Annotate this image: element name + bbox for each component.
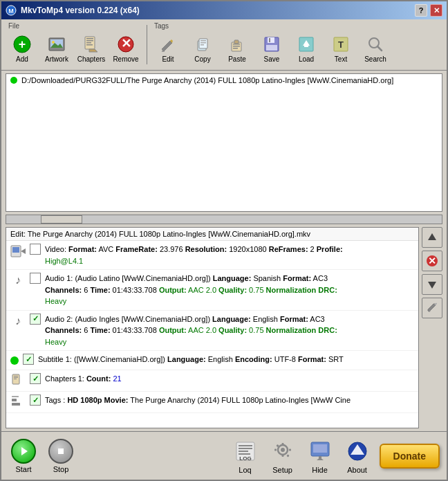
save-button[interactable]: Save (255, 30, 288, 67)
subtitle-status-dot (10, 356, 19, 365)
svg-rect-56 (58, 448, 64, 454)
svg-rect-26 (233, 48, 238, 49)
svg-rect-23 (234, 40, 239, 44)
chapters-label: Chapters (77, 55, 106, 63)
svg-rect-9 (86, 38, 93, 39)
chapters-button[interactable]: Chapters (75, 30, 108, 67)
stop-label: Stop (53, 465, 69, 473)
about-label: About (347, 466, 367, 474)
svg-text:LOG: LOG (239, 455, 251, 462)
setup-button[interactable]: Setup (268, 438, 298, 474)
save-icon (262, 35, 281, 54)
svg-marker-39 (21, 248, 26, 254)
remove-icon: ✕ (116, 35, 136, 54)
audio2-row[interactable]: ♪ Audio 2: (Audio Ingles [WwW.CinemaniaH… (6, 311, 418, 352)
chapters-icon (82, 35, 101, 54)
stop-button[interactable]: Stop (46, 439, 76, 473)
svg-rect-67 (274, 448, 277, 451)
svg-marker-50 (428, 233, 436, 240)
tags-icon (10, 394, 26, 410)
svg-line-37 (377, 46, 382, 51)
tags-section: Tags Edit (151, 22, 392, 67)
video-icon (10, 244, 26, 259)
toolbar: File + Add (1, 19, 447, 71)
tags-checkbox[interactable] (30, 394, 41, 406)
status-dot-green (10, 77, 17, 84)
donate-button[interactable]: Donate (380, 444, 440, 469)
file-section: File + Add (6, 22, 142, 67)
svg-rect-46 (14, 379, 17, 379)
svg-rect-40 (12, 247, 19, 253)
svg-text:✕: ✕ (428, 255, 436, 266)
tags-row[interactable]: Tags : HD 1080p Movie: The Purge Anarchy… (6, 392, 418, 413)
start-label: Start (15, 465, 31, 473)
start-button[interactable]: Start (8, 439, 39, 473)
add-button[interactable]: + Add (6, 30, 39, 67)
remove-label: Remove (113, 55, 138, 63)
svg-rect-45 (14, 377, 18, 378)
search-label: Search (364, 55, 386, 63)
svg-rect-44 (14, 376, 18, 376)
wrench-button[interactable] (422, 298, 442, 318)
svg-rect-61 (239, 453, 250, 455)
search-button[interactable]: Search (359, 30, 392, 67)
video-checkbox[interactable] (30, 244, 41, 255)
move-up-button[interactable] (422, 227, 442, 248)
file-list-scrollbar[interactable] (6, 215, 442, 224)
save-label: Save (264, 55, 280, 63)
subtitle-row[interactable]: Subtitle 1: ([WwW.CinemaniaHD.org]) Lang… (6, 351, 418, 370)
about-button[interactable]: About (342, 438, 373, 474)
chapters-checkbox[interactable] (30, 373, 41, 384)
copy-button[interactable]: Copy (186, 30, 219, 67)
svg-rect-19 (200, 40, 206, 42)
subtitle-text: Subtitle 1: ([WwW.CinemaniaHD.org]) Lang… (38, 354, 414, 365)
svg-rect-70 (286, 454, 289, 457)
detail-panel: Edit: The Purge Anarchy (2014) FULL 1080… (6, 227, 442, 428)
svg-text:✕: ✕ (121, 37, 131, 51)
help-button[interactable]: ? (415, 4, 427, 17)
audio1-row[interactable]: ♪ Audio 1: (Audio Latino [WwW.CinemaniaH… (6, 270, 418, 311)
svg-point-64 (281, 448, 285, 452)
move-down-button[interactable] (422, 274, 442, 295)
remove-item-button[interactable]: ✕ (422, 251, 442, 271)
svg-rect-59 (239, 448, 252, 449)
audio1-checkbox[interactable] (30, 273, 41, 284)
paste-icon (227, 35, 247, 54)
file-path: D:/Downloaded/PURG32FULL/The Purge Anarc… (21, 76, 393, 84)
paste-label: Paste (228, 55, 246, 63)
hide-button[interactable]: Hide (305, 438, 335, 474)
text-button[interactable]: T Text (324, 30, 357, 67)
add-icon: + (12, 35, 32, 54)
scrollbar-thumb[interactable] (41, 215, 82, 224)
svg-rect-60 (239, 451, 248, 452)
svg-marker-55 (21, 447, 28, 455)
file-item-1[interactable]: D:/Downloaded/PURG32FULL/The Purge Anarc… (6, 74, 442, 87)
video-row[interactable]: Video: Format: AVC FrameRate: 23.976 Res… (6, 241, 418, 270)
log-button[interactable]: LOG Loq (230, 438, 261, 474)
footer: Start Stop LOG Loq (1, 431, 447, 480)
video-text: Video: Format: AVC FrameRate: 23.976 Res… (45, 244, 414, 266)
artwork-button[interactable]: Artwork (40, 30, 73, 67)
audio2-text: Audio 2: (Audio Ingles [WwW.CinemaniaHD.… (45, 314, 414, 348)
svg-rect-48 (12, 403, 20, 406)
load-button[interactable]: Load (290, 30, 323, 67)
search-icon (366, 35, 385, 54)
subtitle-checkbox[interactable] (23, 354, 34, 365)
chapters-row[interactable]: Chapters 1: Count: 21 (6, 370, 418, 392)
hide-label: Hide (312, 466, 328, 474)
load-label: Load (299, 55, 314, 63)
tags-text: Tags : HD 1080p Movie: The Purge Anarchy… (45, 394, 414, 406)
detail-list: Edit: The Purge Anarchy (2014) FULL 1080… (6, 227, 419, 428)
text-icon: T (331, 35, 351, 54)
file-list[interactable]: D:/Downloaded/PURG32FULL/The Purge Anarc… (6, 73, 442, 212)
edit-button[interactable]: Edit (151, 30, 185, 67)
close-button[interactable]: ✕ (430, 4, 442, 17)
svg-rect-33 (304, 46, 308, 47)
svg-rect-28 (268, 37, 274, 43)
svg-point-54 (429, 310, 431, 312)
svg-rect-49 (12, 396, 19, 397)
paste-button[interactable]: Paste (221, 30, 254, 67)
audio2-checkbox[interactable] (30, 314, 41, 325)
title-bar-left: M MkvToMp4 version 0.224 (x64) (6, 5, 140, 16)
remove-button[interactable]: ✕ Remove (109, 30, 142, 67)
